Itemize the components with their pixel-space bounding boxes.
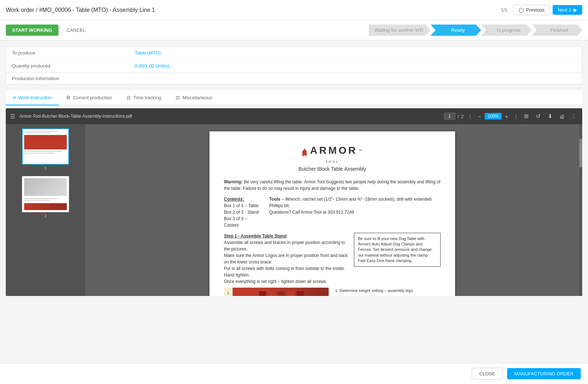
top-header: Work order / #MO_00006 - Table (MTO) - A… bbox=[0, 0, 588, 20]
manufacturing-order-button[interactable]: MANUFACTURING ORDER bbox=[507, 368, 581, 379]
pdf-image-area: 8765 Determine Height se bbox=[224, 288, 441, 296]
to-produce-label: To produce bbox=[6, 47, 129, 60]
contents-section: Contents: Box 1 of 3 – Table Box 2 of 3 … bbox=[224, 196, 260, 228]
pdf-ruler: 8765 bbox=[224, 288, 233, 296]
box3: Box 3 of 3 – Casters bbox=[224, 215, 260, 228]
print-icon[interactable]: 🖨 bbox=[558, 113, 566, 120]
status-label-finished: Finished bbox=[532, 25, 582, 36]
misc-icon: ⚖ bbox=[176, 95, 180, 100]
armor-logo: ARMOR ™ bbox=[224, 143, 441, 158]
status-label-waiting: Waiting for another WO bbox=[369, 25, 431, 36]
status-step-waiting: Waiting for another WO bbox=[369, 25, 431, 36]
action-bar: START WORKING CANCEL Waiting for another… bbox=[0, 20, 588, 40]
pdf-warning: Warning: Be very careful lifting the tab… bbox=[224, 179, 441, 192]
status-label-ready: Ready bbox=[431, 25, 481, 36]
tab-miscellaneous[interactable]: ⚖ Miscellaneous bbox=[168, 90, 219, 105]
tab-work-instruction[interactable]: ≡ Work instruction bbox=[6, 90, 59, 105]
contents-tools-section: Contents: Box 1 of 3 – Table Box 2 of 3 … bbox=[224, 196, 441, 228]
red-boards bbox=[249, 291, 304, 296]
footer: CLOSE MANUFACTURING ORDER bbox=[0, 363, 588, 384]
status-step-inprogress: In progress bbox=[481, 25, 532, 36]
action-bar-left: START WORKING CANCEL bbox=[6, 25, 91, 36]
pdf-thumbnails: 1 2 bbox=[6, 124, 85, 296]
download-icon[interactable]: ⬇ bbox=[546, 112, 554, 120]
pdf-thumb-img-2 bbox=[22, 176, 69, 212]
tools-label: Tools bbox=[269, 197, 280, 202]
more-options-icon[interactable]: ⋮ bbox=[570, 112, 578, 120]
pdf-image-mock: 8765 bbox=[224, 288, 329, 296]
contents-label: Contents: bbox=[224, 197, 244, 202]
step1-line3: Put in all screws with bolts coming in f… bbox=[224, 265, 441, 278]
scale-icon: ⚖ bbox=[126, 95, 131, 100]
page-input[interactable] bbox=[444, 113, 455, 120]
box1: Box 1 of 3 – Table bbox=[224, 202, 260, 209]
pdf-toolbar: ☰ Armor-Tool-Butcher-Block-Table-Assembl… bbox=[6, 108, 582, 124]
info-table: To produce Table (MTO) Quantity produced… bbox=[6, 47, 582, 73]
zoom-value: 100% bbox=[485, 113, 502, 119]
questions-text: Questions? Call Armor Tool at 303.912.72… bbox=[269, 209, 441, 215]
pdf-viewer: ☰ Armor-Tool-Butcher-Block-Table-Assembl… bbox=[6, 108, 582, 296]
start-working-button[interactable]: START WORKING bbox=[6, 25, 59, 36]
page-total: 2 bbox=[461, 114, 463, 119]
list-item: Assemble sides/ cross braces (X2), "Armo… bbox=[340, 295, 441, 296]
pdf-scrollbar[interactable] bbox=[579, 124, 582, 296]
page-indicator: 1/1 bbox=[501, 7, 507, 13]
pdf-thumbnail-1[interactable]: 1 bbox=[22, 128, 69, 170]
status-label-inprogress: In progress bbox=[481, 25, 532, 36]
tools-section: Tools – Wrench, ratchet set (1/2"- 13mm … bbox=[269, 196, 441, 228]
gear-icon: ⚙ bbox=[66, 95, 71, 100]
tab-time-tracking[interactable]: ⚖ Time tracking bbox=[119, 90, 169, 105]
armor-logo-text: ARMOR bbox=[310, 145, 358, 156]
step1-line4: Once everything is set right – tighten d… bbox=[224, 278, 441, 285]
pdf-body: 1 2 ARMOR bbox=[6, 124, 582, 296]
circle-left-icon: ◯ bbox=[519, 7, 524, 13]
box2: Box 2 of 3 - Stand bbox=[224, 209, 260, 215]
warning-prefix: Warning: bbox=[224, 179, 243, 184]
list-item: Determine Height setting – assembly legs bbox=[340, 288, 441, 294]
tab-current-production[interactable]: ⚙ Current production bbox=[59, 90, 119, 105]
quantity-label: Quantity produced bbox=[6, 60, 129, 73]
list-icon: ≡ bbox=[13, 95, 16, 100]
header-nav: 1/1 ◯ Previous Next 2 ▶ bbox=[501, 5, 582, 15]
table-row: To produce Table (MTO) bbox=[6, 47, 582, 60]
production-info-card: To produce Table (MTO) Quantity produced… bbox=[6, 46, 582, 84]
close-button[interactable]: CLOSE bbox=[472, 368, 503, 380]
step1-title: Step 1 - Assemble Table Stand bbox=[224, 234, 286, 239]
status-step-finished: Finished bbox=[532, 25, 582, 36]
production-info-section-label: Production Information bbox=[6, 73, 582, 84]
previous-button[interactable]: ◯ Previous bbox=[513, 5, 550, 15]
tabs-bar: ≡ Work instruction ⚙ Current production … bbox=[6, 90, 582, 105]
chevron-right-icon: ▶ bbox=[574, 7, 577, 13]
armor-tool-sub: TOOL bbox=[224, 160, 441, 165]
breadcrumb: Work order / #MO_00006 - Table (MTO) - A… bbox=[6, 7, 155, 13]
next-button[interactable]: Next 2 ▶ bbox=[553, 5, 582, 15]
pdf-note-box: Be sure to fit your new Dog Table with A… bbox=[354, 233, 441, 267]
quantity-value: 0.00/1.00 Unit(s) bbox=[129, 60, 582, 73]
pdf-thumb-img-1 bbox=[22, 128, 69, 165]
divider2: | bbox=[515, 113, 517, 119]
fit-page-icon[interactable]: ⊞ bbox=[523, 112, 530, 120]
table-row: Quantity produced 0.00/1.00 Unit(s) bbox=[6, 60, 582, 73]
pdf-thumb-num-1: 1 bbox=[44, 166, 47, 170]
pdf-thumb-num-2: 2 bbox=[44, 214, 47, 218]
pdf-filename: Armor-Tool-Butcher-Block-Table-Assembly-… bbox=[20, 114, 440, 119]
page-separator: / bbox=[458, 114, 459, 119]
zoom-out-button[interactable]: − bbox=[476, 113, 483, 120]
pdf-step1-list: Determine Height setting – assembly legs… bbox=[333, 288, 441, 296]
pdf-page-controls: / 2 bbox=[444, 113, 464, 120]
warning-text: Be very careful lifting the table. Armor… bbox=[224, 179, 440, 191]
menu-icon[interactable]: ☰ bbox=[10, 113, 15, 120]
status-pipeline: Waiting for another WO Ready In progress… bbox=[369, 25, 582, 36]
to-produce-value: Table (MTO) bbox=[129, 47, 582, 60]
zoom-in-button[interactable]: + bbox=[504, 113, 510, 120]
pdf-thumbnail-2[interactable]: 2 bbox=[22, 176, 69, 218]
divider: | bbox=[469, 113, 471, 119]
step1-section: Be sure to fit your new Dog Table with A… bbox=[224, 233, 441, 285]
scrollbar-thumb[interactable] bbox=[579, 139, 582, 167]
pdf-zoom-controls: − 100% + bbox=[476, 113, 510, 120]
cancel-button[interactable]: CANCEL bbox=[61, 25, 91, 36]
pdf-toolbar-right: ⬇ 🖨 ⋮ bbox=[546, 112, 578, 120]
rotate-icon[interactable]: ↺ bbox=[535, 112, 542, 120]
pdf-main[interactable]: ARMOR ™ TOOL Butcher Block Table Assembl… bbox=[85, 124, 579, 296]
tools-text: – Wrench, ratchet set (1/2"- 13mm and ¾"… bbox=[269, 197, 432, 208]
